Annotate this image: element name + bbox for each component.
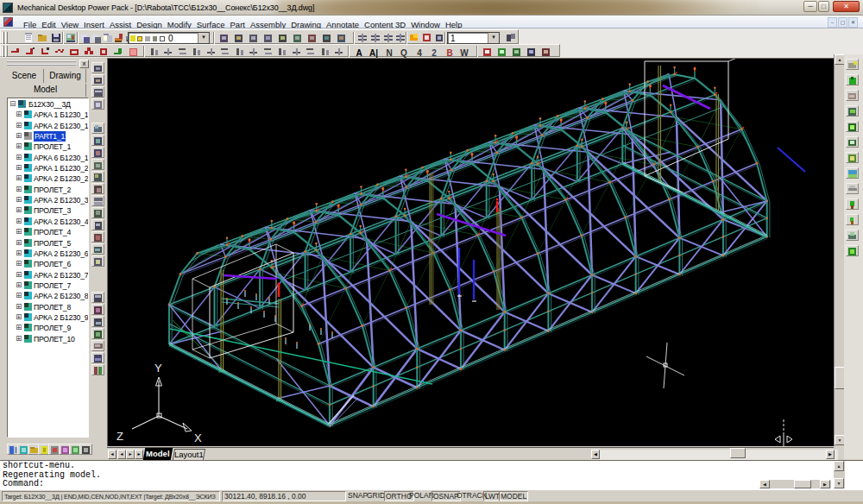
svg-text:Z: Z xyxy=(117,430,123,443)
svg-text:X: X xyxy=(194,432,202,444)
svg-text:Y: Y xyxy=(154,362,162,375)
